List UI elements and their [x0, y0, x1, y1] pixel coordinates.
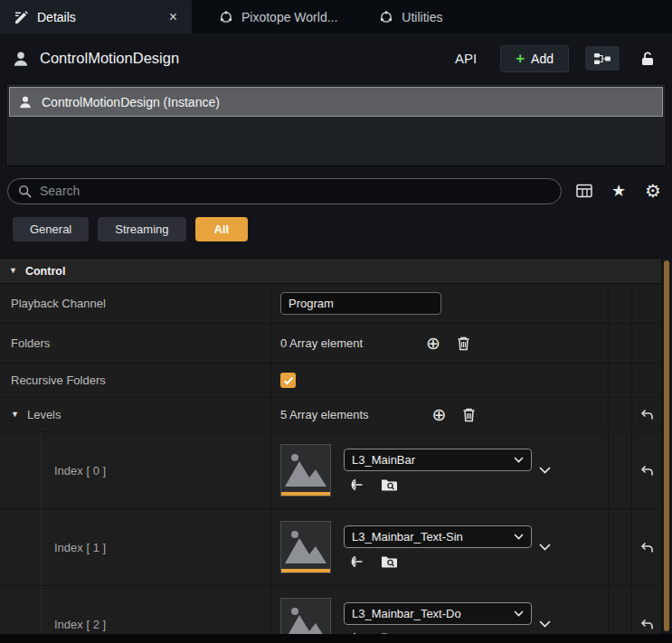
levels-delete-elements-button[interactable] — [462, 407, 476, 422]
levels-add-element-button[interactable]: ⊕ — [432, 406, 447, 423]
page-title: ControlMotionDesign — [40, 50, 179, 67]
add-button[interactable]: + Add — [500, 45, 569, 72]
browse-to-asset-button[interactable] — [381, 554, 399, 569]
grid-table-icon — [576, 184, 592, 198]
playback-channel-label: Playback Channel — [11, 297, 106, 310]
spare-column — [609, 324, 632, 363]
recursive-folders-label: Recursive Folders — [11, 374, 106, 387]
api-button[interactable]: API — [455, 51, 477, 66]
filter-bar: General Streaming All — [13, 217, 248, 241]
tab-utilities-label: Utilities — [402, 10, 442, 24]
property-grid: ▼ Control Playback Channel Folders 0 Arr… — [0, 258, 661, 643]
lock-button[interactable] — [634, 46, 661, 71]
index-2-label: Index [ 2 ] — [54, 618, 106, 631]
tab-utilities[interactable]: Utilities — [364, 0, 457, 33]
levels-caret-icon[interactable]: ▼ — [11, 411, 19, 419]
filter-general[interactable]: General — [13, 217, 89, 241]
star-icon: ★ — [611, 183, 626, 199]
asset-thumbnail[interactable] — [280, 521, 331, 573]
levels-array-count: 5 Array elements — [280, 408, 369, 421]
edit-blueprint-button[interactable] — [585, 46, 620, 71]
folders-delete-elements-button[interactable] — [457, 336, 470, 351]
index-1-label: Index [ 1 ] — [54, 541, 106, 554]
plus-circle-icon: ⊕ — [426, 335, 440, 352]
recursive-folders-checkbox[interactable] — [280, 373, 296, 388]
actor-person-icon — [11, 49, 31, 69]
filter-all[interactable]: All — [195, 217, 249, 241]
search-row: ★ ⚙ — [7, 177, 665, 204]
gear-icon: ⚙ — [645, 182, 661, 200]
tab-details[interactable]: Details × — [0, 0, 192, 33]
asset-select-2-value: L3_Mainbar_Text-Do — [352, 607, 508, 620]
levels-reset-button[interactable] — [640, 409, 654, 421]
asset-select-0-value: L3_MainBar — [352, 453, 508, 467]
indent-guide — [41, 509, 42, 585]
display-filter-button[interactable] — [573, 179, 596, 203]
action-column — [632, 284, 661, 323]
reset-to-default-button[interactable] — [640, 542, 654, 553]
details-panel-window: Details × Pixotope World... Utilities Co… — [0, 0, 672, 643]
spare-column — [609, 509, 632, 585]
tab-bar: Details × Pixotope World... Utilities — [0, 0, 672, 33]
tab-world-label: Pixotope World... — [241, 10, 337, 24]
pixotope-world-icon — [219, 10, 233, 24]
use-selected-asset-button[interactable] — [347, 478, 364, 492]
instance-person-icon — [17, 94, 33, 110]
spare-column — [609, 364, 632, 397]
action-column — [632, 509, 661, 585]
row-level-1: Index [ 1 ] L3_Mainbar_Text-Sin — [0, 509, 661, 586]
reset-to-default-button[interactable] — [640, 619, 654, 630]
row-folders: Folders 0 Array element ⊕ — [0, 324, 661, 364]
tab-details-label: Details — [37, 10, 76, 24]
browse-to-asset-button[interactable] — [381, 478, 399, 492]
trash-icon — [457, 336, 470, 351]
browse-folder-icon — [381, 554, 399, 569]
settings-button[interactable]: ⚙ — [641, 179, 665, 203]
folders-add-element-button[interactable]: ⊕ — [426, 335, 440, 352]
action-column — [632, 364, 661, 397]
chevron-down-icon — [539, 467, 551, 474]
details-header: ControlMotionDesign API + Add — [0, 33, 672, 83]
plus-icon: + — [516, 51, 525, 66]
asset-select-2[interactable]: L3_Mainbar_Text-Do — [344, 602, 532, 625]
favorites-button[interactable]: ★ — [607, 179, 630, 203]
bottom-panel-edge — [0, 634, 672, 643]
close-icon[interactable]: × — [160, 9, 177, 25]
chevron-down-icon — [539, 620, 551, 628]
blueprint-nodes-icon — [593, 52, 611, 66]
asset-select-0[interactable]: L3_MainBar — [344, 449, 532, 471]
indent-guide — [41, 432, 42, 508]
chevron-down-icon — [539, 544, 551, 551]
components-panel: ControlMotionDesign (Instance) — [5, 83, 667, 166]
reset-to-default-button[interactable] — [640, 465, 654, 477]
tab-pixotope-world[interactable]: Pixotope World... — [204, 0, 352, 33]
asset-select-1[interactable]: L3_Mainbar_Text-Sin — [344, 525, 532, 548]
section-control[interactable]: ▼ Control — [0, 259, 661, 284]
playback-channel-input[interactable] — [280, 292, 441, 315]
vertical-scrollbar[interactable] — [663, 258, 670, 634]
use-selected-asset-button[interactable] — [347, 554, 364, 569]
folders-label: Folders — [11, 336, 50, 350]
index-0-label: Index [ 0 ] — [54, 464, 106, 478]
asset-thumbnail[interactable] — [280, 444, 331, 496]
chevron-down-icon — [514, 610, 524, 617]
action-column — [632, 324, 661, 363]
expand-row-button[interactable] — [539, 620, 551, 628]
expand-row-button[interactable] — [539, 544, 551, 551]
instance-item[interactable]: ControlMotionDesign (Instance) — [9, 87, 663, 117]
spare-column — [609, 284, 632, 323]
expand-row-button[interactable] — [539, 467, 551, 474]
search-box[interactable] — [7, 178, 562, 204]
search-icon — [18, 184, 32, 198]
search-input[interactable] — [40, 184, 551, 198]
filter-streaming[interactable]: Streaming — [98, 217, 185, 241]
thumbnail-accent-bar — [281, 569, 330, 572]
unlock-icon — [639, 51, 656, 67]
instance-label: ControlMotionDesign (Instance) — [42, 95, 220, 109]
use-selected-asset-icon — [347, 478, 364, 492]
scrollbar-thumb[interactable] — [664, 260, 669, 631]
asset-select-1-value: L3_Mainbar_Text-Sin — [352, 530, 508, 544]
use-selected-asset-icon — [347, 554, 364, 569]
chevron-down-icon — [514, 457, 524, 463]
browse-folder-icon — [381, 478, 399, 492]
